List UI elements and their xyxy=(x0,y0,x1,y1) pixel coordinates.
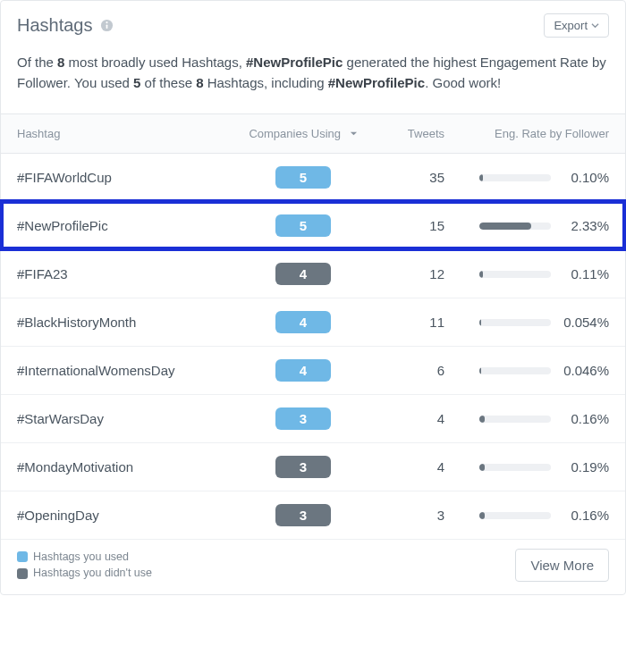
summary-fragment: most broadly used Hashtags, xyxy=(64,55,246,70)
legend-notused: Hashtags you didn't use xyxy=(17,565,152,582)
table-header-row: Hashtag Companies Using Tweets Eng. Rate… xyxy=(1,113,625,153)
col-header-label: Tweets xyxy=(408,127,444,140)
cell-tweets: 4 xyxy=(375,442,455,491)
cell-companies: 3 xyxy=(232,491,375,539)
rate-bar-fill xyxy=(479,416,485,423)
rate-value: 2.33% xyxy=(560,218,609,233)
rate-bar-fill xyxy=(479,512,485,519)
cell-tweets: 11 xyxy=(375,298,455,346)
summary-fragment: Of the xyxy=(17,55,57,70)
svg-rect-1 xyxy=(106,24,108,29)
card-title: Hashtags xyxy=(17,15,93,36)
rate-bar xyxy=(479,174,551,181)
cell-hashtag: #NewProfilePic xyxy=(1,201,232,249)
legend-used: Hashtags you used xyxy=(17,549,152,566)
cell-hashtag: #BlackHistoryMonth xyxy=(1,298,232,346)
cell-rate: 0.11% xyxy=(455,249,625,298)
table-row[interactable]: #OpeningDay330.16% xyxy=(1,491,625,539)
cell-rate: 2.33% xyxy=(455,201,625,249)
rate-value: 0.19% xyxy=(560,459,609,475)
cell-companies: 4 xyxy=(232,249,375,298)
pill-used: 4 xyxy=(275,311,331,333)
rate-value: 0.10% xyxy=(560,170,609,185)
sort-desc-icon xyxy=(350,127,358,140)
cell-hashtag: #MondayMotivation xyxy=(1,442,232,491)
cell-tweets: 12 xyxy=(375,249,455,298)
col-header-companies[interactable]: Companies Using xyxy=(232,113,375,153)
pill-notused: 3 xyxy=(275,504,331,526)
pill-notused: 3 xyxy=(275,456,331,478)
cell-rate: 0.046% xyxy=(455,346,625,394)
cell-companies: 5 xyxy=(232,201,375,249)
rate-bar xyxy=(479,319,551,326)
cell-tweets: 6 xyxy=(375,346,455,394)
cell-rate: 0.10% xyxy=(455,153,625,201)
rate-bar xyxy=(479,512,551,519)
swatch-notused-icon xyxy=(17,568,28,579)
hashtags-table: Hashtag Companies Using Tweets Eng. Rate… xyxy=(1,113,625,540)
rate-bar xyxy=(479,271,551,278)
table-row[interactable]: #FIFAWorldCup5350.10% xyxy=(1,153,625,201)
summary-top-hashtag2: #NewProfilePic xyxy=(328,75,425,90)
pill-used: 5 xyxy=(275,214,331,237)
summary-fragment: of these xyxy=(140,75,196,90)
cell-rate: 0.19% xyxy=(455,442,625,491)
table-row[interactable]: #InternationalWomensDay460.046% xyxy=(1,346,625,394)
cell-rate: 0.054% xyxy=(455,298,625,346)
table-row[interactable]: #MondayMotivation340.19% xyxy=(1,442,625,491)
col-header-hashtag[interactable]: Hashtag xyxy=(1,113,232,153)
export-label: Export xyxy=(554,19,588,32)
col-header-label: Eng. Rate by Follower xyxy=(495,127,609,140)
rate-bar-fill xyxy=(479,271,483,278)
chevron-down-icon xyxy=(591,19,599,32)
legend-notused-label: Hashtags you didn't use xyxy=(33,565,152,582)
cell-rate: 0.16% xyxy=(455,491,625,539)
cell-hashtag: #StarWarsDay xyxy=(1,394,232,442)
rate-value: 0.11% xyxy=(560,266,609,281)
cell-tweets: 35 xyxy=(375,153,455,201)
col-header-label: Hashtag xyxy=(17,127,60,140)
pill-used: 5 xyxy=(275,166,331,189)
pill-notused: 4 xyxy=(275,263,331,285)
col-header-rate[interactable]: Eng. Rate by Follower xyxy=(455,113,625,153)
pill-used: 3 xyxy=(275,407,331,430)
rate-bar xyxy=(479,464,551,471)
cell-hashtag: #FIFAWorldCup xyxy=(1,153,232,201)
legend-used-label: Hashtags you used xyxy=(33,549,129,566)
rate-bar xyxy=(479,416,551,423)
info-icon[interactable] xyxy=(100,19,114,33)
card-footer: Hashtags you used Hashtags you didn't us… xyxy=(1,540,625,595)
rate-bar-fill xyxy=(479,464,485,471)
cell-rate: 0.16% xyxy=(455,394,625,442)
card-header: Hashtags Export xyxy=(1,1,625,45)
table-row[interactable]: #NewProfilePic5152.33% xyxy=(1,201,625,249)
cell-companies: 5 xyxy=(232,153,375,201)
cell-companies: 4 xyxy=(232,298,375,346)
legend: Hashtags you used Hashtags you didn't us… xyxy=(17,549,152,583)
cell-hashtag: #InternationalWomensDay xyxy=(1,346,232,394)
cell-companies: 3 xyxy=(232,394,375,442)
summary-fragment: . Good work! xyxy=(425,75,501,90)
rate-bar-fill xyxy=(479,223,531,230)
rate-value: 0.16% xyxy=(560,508,609,523)
table-row[interactable]: #FIFA234120.11% xyxy=(1,249,625,298)
summary-text: Of the 8 most broadly used Hashtags, #Ne… xyxy=(1,45,625,113)
rate-bar xyxy=(479,223,551,230)
summary-fragment: Hashtags, including xyxy=(204,75,328,90)
rate-value: 0.046% xyxy=(560,363,609,378)
svg-point-2 xyxy=(106,21,107,23)
summary-total2: 8 xyxy=(196,75,203,90)
table-row[interactable]: #StarWarsDay340.16% xyxy=(1,394,625,442)
cell-tweets: 15 xyxy=(375,201,455,249)
table-row[interactable]: #BlackHistoryMonth4110.054% xyxy=(1,298,625,346)
hashtags-card: Hashtags Export Of the 8 most broadly us… xyxy=(0,0,626,595)
col-header-tweets[interactable]: Tweets xyxy=(375,113,455,153)
view-more-button[interactable]: View More xyxy=(515,549,609,582)
rate-bar xyxy=(479,367,551,374)
summary-top-hashtag: #NewProfilePic xyxy=(246,55,343,70)
rate-bar-fill xyxy=(479,367,481,374)
rate-bar-fill xyxy=(479,319,481,326)
cell-hashtag: #FIFA23 xyxy=(1,249,232,298)
export-button[interactable]: Export xyxy=(544,13,609,38)
rate-value: 0.16% xyxy=(560,411,609,426)
